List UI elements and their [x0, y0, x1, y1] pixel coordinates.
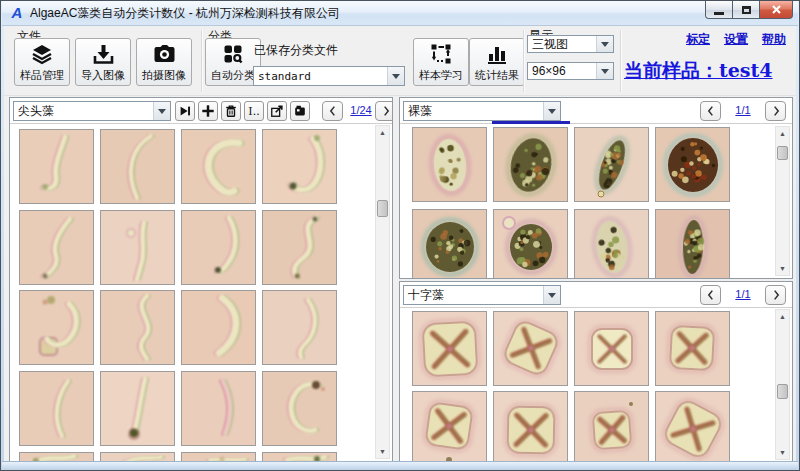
calibrate-link[interactable]: 标定: [686, 31, 710, 48]
sample-learn-icon: [430, 39, 452, 68]
camera-icon: [153, 39, 176, 68]
app-window: A AlgaeAC藻类自动分类计数仪 - 杭州万深检测科技有限公司 文件 样品管…: [0, 0, 800, 471]
algae-thumbnail[interactable]: [19, 129, 94, 204]
algae-thumbnail[interactable]: [574, 209, 649, 279]
toolbar-separator: [201, 30, 203, 92]
sample-learn-button[interactable]: 样本学习: [413, 38, 469, 86]
vertical-scrollbar[interactable]: ▲ ▼: [375, 125, 390, 459]
stats-result-button[interactable]: 统计结果: [469, 38, 525, 86]
algae-thumbnail[interactable]: [181, 290, 256, 365]
layers-icon: [31, 39, 53, 68]
scrollbar-thumb[interactable]: [777, 146, 788, 160]
maximize-icon: [742, 6, 751, 14]
toolbar-separator: [523, 30, 525, 92]
close-icon: [771, 4, 782, 15]
settings-link[interactable]: 设置: [724, 31, 748, 48]
current-sample-link[interactable]: 当前样品：test4: [624, 58, 773, 84]
algae-thumbnail[interactable]: [262, 210, 337, 285]
sample-manage-label: 样品管理: [20, 68, 64, 83]
scroll-down-icon[interactable]: ▼: [776, 446, 789, 459]
algae-thumbnail[interactable]: [19, 371, 94, 446]
scroll-up-icon[interactable]: ▲: [776, 310, 789, 323]
minimize-button[interactable]: [705, 1, 733, 19]
panel-species-3: 十字藻 1/1 ▲ ▼: [399, 281, 793, 463]
algae-thumbnail[interactable]: [100, 210, 175, 285]
toolbar-separator: [620, 30, 622, 92]
scroll-up-icon[interactable]: ▲: [776, 127, 789, 140]
algae-thumbnail[interactable]: [181, 371, 256, 446]
scroll-down-icon[interactable]: ▼: [776, 262, 789, 275]
stats-result-label: 统计结果: [475, 68, 519, 83]
scrollbar-thumb[interactable]: [377, 200, 388, 217]
help-link[interactable]: 帮助: [762, 31, 786, 48]
algae-thumbnail[interactable]: [493, 209, 568, 279]
selected-cell-underline: [492, 121, 570, 124]
capture-images-button[interactable]: 拍摄图像: [136, 38, 192, 86]
app-logo-icon: A: [9, 5, 25, 21]
algae-thumbnail[interactable]: [19, 290, 94, 365]
classify-grid-magnifier-icon: [222, 39, 244, 68]
scroll-up-icon[interactable]: ▲: [376, 126, 389, 139]
panel-species-2: 裸藻 1/1 ▲ ▼: [399, 97, 793, 279]
view-mode-select[interactable]: 三视图: [527, 35, 614, 53]
close-button[interactable]: [760, 1, 793, 19]
algae-thumbnail[interactable]: [493, 391, 568, 463]
chevron-down-icon: [596, 63, 613, 79]
algae-thumbnail[interactable]: [181, 129, 256, 204]
algae-thumbnail[interactable]: [574, 391, 649, 463]
algae-thumbnail[interactable]: [262, 371, 337, 446]
algae-thumbnail[interactable]: [574, 127, 649, 202]
import-icon: [92, 39, 114, 68]
algae-thumbnail[interactable]: [262, 129, 337, 204]
algae-thumbnail[interactable]: [100, 290, 175, 365]
minimize-icon: [714, 12, 724, 15]
saved-classify-files-label: 已保存分类文件: [254, 42, 338, 59]
saved-classify-files-select[interactable]: standard: [253, 66, 405, 86]
vertical-scrollbar[interactable]: ▲ ▼: [775, 126, 790, 276]
algae-thumbnail[interactable]: [655, 311, 730, 386]
algae-thumbnail[interactable]: [19, 210, 94, 285]
thumb-size-value: 96×96: [528, 64, 596, 78]
algae-thumbnail[interactable]: [412, 311, 487, 386]
algae-thumbnail[interactable]: [493, 311, 568, 386]
view-mode-value: 三视图: [528, 36, 596, 53]
algae-thumbnail[interactable]: [574, 311, 649, 386]
bar-chart-icon: [486, 39, 508, 68]
vertical-scrollbar[interactable]: ▲ ▼: [775, 309, 790, 460]
thumbnail-grid: [400, 98, 792, 278]
top-links: 标定 设置 帮助: [686, 31, 786, 48]
capture-images-label: 拍摄图像: [142, 68, 186, 83]
algae-thumbnail[interactable]: [412, 209, 487, 279]
thumbnail-grid: [400, 282, 792, 462]
saved-classify-files-value: standard: [254, 70, 387, 83]
import-images-button[interactable]: 导入图像: [75, 38, 131, 86]
panel-species-1: 尖头藻 I.. 1/24: [9, 97, 393, 463]
algae-thumbnail[interactable]: [412, 127, 487, 202]
algae-thumbnail[interactable]: [655, 209, 730, 279]
algae-thumbnail[interactable]: [262, 290, 337, 365]
algae-thumbnail[interactable]: [493, 127, 568, 202]
algae-thumbnail[interactable]: [655, 391, 730, 463]
sample-manage-button[interactable]: 样品管理: [14, 38, 70, 86]
titlebar: A AlgaeAC藻类自动分类计数仪 - 杭州万深检测科技有限公司: [2, 1, 798, 26]
algae-thumbnail[interactable]: [100, 129, 175, 204]
thumbnail-grid: [10, 98, 392, 462]
auto-classify-label: 自动分类: [211, 68, 255, 83]
maximize-button[interactable]: [733, 1, 760, 19]
window-controls: [705, 1, 793, 19]
algae-thumbnail[interactable]: [412, 391, 487, 463]
sample-learn-label: 样本学习: [419, 68, 463, 83]
algae-thumbnail[interactable]: [655, 127, 730, 202]
algae-thumbnail[interactable]: [100, 371, 175, 446]
thumb-size-select[interactable]: 96×96: [527, 62, 614, 80]
scrollbar-thumb[interactable]: [777, 384, 788, 399]
import-images-label: 导入图像: [81, 68, 125, 83]
toolbar: 文件 样品管理 导入图像 拍摄图像 分类: [4, 26, 796, 96]
window-title: AlgaeAC藻类自动分类计数仪 - 杭州万深检测科技有限公司: [30, 5, 340, 22]
chevron-down-icon: [387, 67, 404, 85]
window-bottom-frame: [2, 461, 798, 470]
algae-thumbnail[interactable]: [181, 210, 256, 285]
scroll-down-icon[interactable]: ▼: [376, 445, 389, 458]
chevron-down-icon: [596, 36, 613, 52]
